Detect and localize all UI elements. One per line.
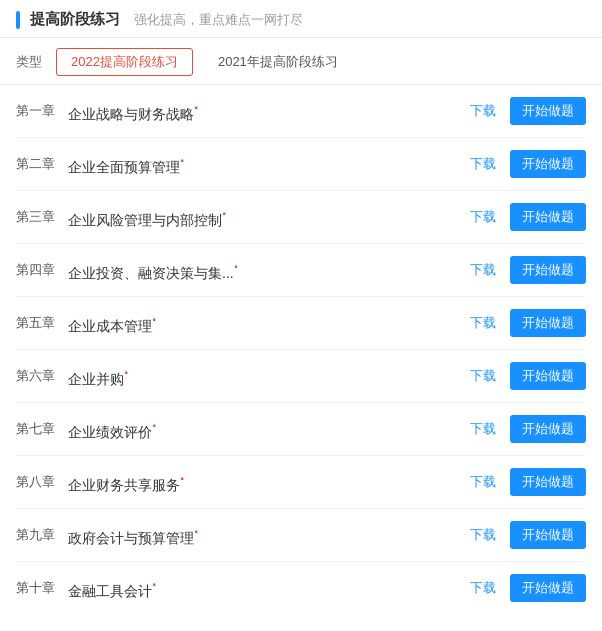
download-button[interactable]: 下载	[470, 261, 496, 279]
tab-2022[interactable]: 2022提高阶段练习	[56, 48, 193, 76]
start-button[interactable]: 开始做题	[510, 468, 586, 496]
download-button[interactable]: 下载	[470, 420, 496, 438]
start-button[interactable]: 开始做题	[510, 574, 586, 602]
start-button[interactable]: 开始做题	[510, 203, 586, 231]
chapter-name: 企业战略与财务战略·	[68, 99, 470, 124]
download-button[interactable]: 下载	[470, 526, 496, 544]
download-button[interactable]: 下载	[470, 102, 496, 120]
chapter-dot: ·	[194, 523, 198, 540]
chapter-list: 第一章企业战略与财务战略·下载开始做题第二章企业全面预算管理·下载开始做题第三章…	[0, 85, 602, 614]
tabs-label: 类型	[16, 53, 42, 71]
download-button[interactable]: 下载	[470, 579, 496, 597]
table-row: 第二章企业全面预算管理·下载开始做题	[16, 138, 586, 191]
start-button[interactable]: 开始做题	[510, 97, 586, 125]
table-row: 第九章政府会计与预算管理·下载开始做题	[16, 509, 586, 562]
table-row: 第三章企业风险管理与内部控制·下载开始做题	[16, 191, 586, 244]
chapter-name: 企业成本管理·	[68, 311, 470, 336]
chapter-name: 企业财务共享服务·	[68, 470, 470, 495]
table-row: 第八章企业财务共享服务·下载开始做题	[16, 456, 586, 509]
section-header: 提高阶段练习 强化提高，重点难点一网打尽	[0, 0, 602, 38]
start-button[interactable]: 开始做题	[510, 309, 586, 337]
table-row: 第一章企业战略与财务战略·下载开始做题	[16, 85, 586, 138]
chapter-name: 企业投资、融资决策与集...·	[68, 258, 470, 283]
download-button[interactable]: 下载	[470, 367, 496, 385]
chapter-dot: ·	[152, 576, 156, 593]
chapter-name: 金融工具会计·	[68, 576, 470, 601]
section-title: 提高阶段练习	[30, 10, 120, 29]
chapter-dot: ·	[152, 311, 156, 328]
table-row: 第五章企业成本管理·下载开始做题	[16, 297, 586, 350]
start-button[interactable]: 开始做题	[510, 415, 586, 443]
chapter-number: 第六章	[16, 367, 68, 385]
chapter-dot: ·	[180, 152, 184, 169]
start-button[interactable]: 开始做题	[510, 521, 586, 549]
chapter-number: 第二章	[16, 155, 68, 173]
tabs-row: 类型 2022提高阶段练习 2021年提高阶段练习	[0, 38, 602, 85]
table-row: 第七章企业绩效评价·下载开始做题	[16, 403, 586, 456]
download-button[interactable]: 下载	[470, 473, 496, 491]
table-row: 第十章金融工具会计·下载开始做题	[16, 562, 586, 614]
chapter-dot: ·	[124, 364, 128, 381]
chapter-dot: ·	[180, 470, 184, 487]
chapter-number: 第八章	[16, 473, 68, 491]
chapter-dot: ·	[222, 205, 226, 222]
chapter-number: 第五章	[16, 314, 68, 332]
chapter-dot: ·	[152, 417, 156, 434]
header-bar-icon	[16, 11, 20, 29]
download-button[interactable]: 下载	[470, 208, 496, 226]
chapter-number: 第七章	[16, 420, 68, 438]
chapter-name: 企业风险管理与内部控制·	[68, 205, 470, 230]
chapter-name: 企业并购·	[68, 364, 470, 389]
chapter-dot: ·	[234, 258, 238, 275]
chapter-number: 第十章	[16, 579, 68, 597]
chapter-number: 第四章	[16, 261, 68, 279]
chapter-dot: ·	[194, 99, 198, 116]
start-button[interactable]: 开始做题	[510, 362, 586, 390]
section-subtitle: 强化提高，重点难点一网打尽	[134, 11, 303, 29]
tab-2021[interactable]: 2021年提高阶段练习	[203, 48, 353, 76]
start-button[interactable]: 开始做题	[510, 256, 586, 284]
table-row: 第四章企业投资、融资决策与集...·下载开始做题	[16, 244, 586, 297]
main-container: 提高阶段练习 强化提高，重点难点一网打尽 类型 2022提高阶段练习 2021年…	[0, 0, 602, 631]
chapter-name: 政府会计与预算管理·	[68, 523, 470, 548]
chapter-name: 企业绩效评价·	[68, 417, 470, 442]
download-button[interactable]: 下载	[470, 314, 496, 332]
chapter-name: 企业全面预算管理·	[68, 152, 470, 177]
chapter-number: 第九章	[16, 526, 68, 544]
chapter-number: 第一章	[16, 102, 68, 120]
table-row: 第六章企业并购·下载开始做题	[16, 350, 586, 403]
download-button[interactable]: 下载	[470, 155, 496, 173]
start-button[interactable]: 开始做题	[510, 150, 586, 178]
chapter-number: 第三章	[16, 208, 68, 226]
